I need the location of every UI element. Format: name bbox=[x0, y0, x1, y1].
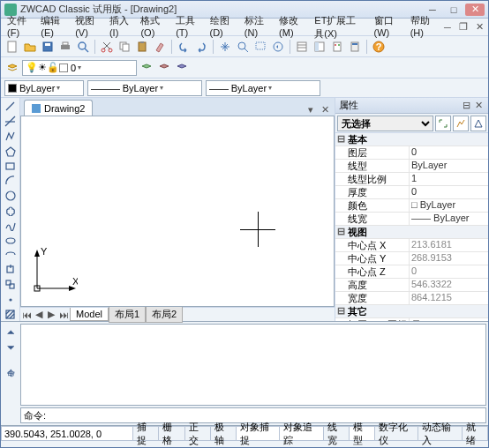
property-category[interactable]: ⊟视图 bbox=[335, 226, 488, 239]
property-row[interactable]: 颜色□ ByLayer bbox=[335, 199, 488, 213]
layout-prev-button[interactable]: ◀ bbox=[33, 309, 45, 321]
property-row[interactable]: 厚度0 bbox=[335, 186, 488, 199]
status-toggle[interactable]: 捕捉 bbox=[133, 426, 159, 441]
status-toggle[interactable]: 就绪 bbox=[463, 426, 488, 441]
arc-tool[interactable] bbox=[3, 174, 19, 188]
paste-button[interactable] bbox=[134, 39, 150, 55]
preview-button[interactable] bbox=[75, 39, 91, 55]
properties-button[interactable] bbox=[294, 39, 310, 55]
layout-first-button[interactable]: ⏮ bbox=[20, 309, 33, 321]
status-toggle[interactable]: 栅格 bbox=[159, 426, 184, 441]
rectangle-tool[interactable] bbox=[3, 159, 19, 173]
xline-tool[interactable] bbox=[3, 115, 19, 129]
menu-item[interactable]: 修改(M) bbox=[275, 12, 310, 42]
save-button[interactable] bbox=[40, 39, 56, 55]
undo-button[interactable] bbox=[176, 39, 192, 55]
revcloud-tool[interactable] bbox=[3, 204, 19, 218]
tab-dropdown-button[interactable]: ▾ bbox=[305, 103, 317, 116]
zoom-previous-button[interactable] bbox=[270, 39, 286, 55]
layer-iso-button[interactable] bbox=[174, 60, 190, 76]
close-button[interactable]: ✕ bbox=[465, 4, 485, 16]
color-dropdown[interactable]: ByLayer▾ bbox=[4, 80, 84, 96]
spline-tool[interactable] bbox=[3, 218, 19, 232]
menu-item[interactable]: 工具(T) bbox=[171, 12, 205, 42]
layout-next-button[interactable]: ▶ bbox=[45, 309, 57, 321]
menu-item[interactable]: 视图(V) bbox=[71, 12, 105, 42]
menu-item[interactable]: 插入(I) bbox=[105, 12, 136, 42]
cmd-nav-button[interactable]: ⏷ bbox=[4, 340, 18, 354]
open-button[interactable] bbox=[22, 39, 38, 55]
menu-item[interactable]: 帮助(H) bbox=[406, 12, 440, 42]
expand-icon[interactable]: ⊟ bbox=[335, 226, 346, 238]
menu-item[interactable]: 编辑(E) bbox=[36, 12, 71, 42]
properties-pin-button[interactable]: ⊟ bbox=[460, 100, 472, 111]
property-row[interactable]: 线型比例1 bbox=[335, 173, 488, 186]
zoom-realtime-button[interactable] bbox=[235, 39, 251, 55]
document-tab[interactable]: Drawing2 bbox=[24, 100, 93, 116]
mdi-close-button[interactable]: ✕ bbox=[472, 21, 486, 34]
cmd-nav-button[interactable]: ⏶ bbox=[4, 324, 18, 338]
menu-item[interactable]: ET扩展工具(X) bbox=[310, 12, 369, 42]
expand-icon[interactable]: ⊟ bbox=[335, 133, 346, 146]
property-row[interactable]: 线型ByLayer bbox=[335, 160, 488, 173]
property-row[interactable]: 中心点 X213.6181 bbox=[335, 239, 488, 252]
selection-dropdown[interactable]: 无选择 bbox=[337, 116, 433, 131]
ellipse-arc-tool[interactable] bbox=[3, 248, 19, 262]
command-input[interactable] bbox=[46, 410, 483, 421]
tab-close-button[interactable]: ✕ bbox=[319, 103, 331, 116]
properties-grid[interactable]: ⊟基本图层0线型ByLayer线型比例1厚度0颜色□ ByLayer线宽—— B… bbox=[335, 133, 488, 321]
mdi-restore-button[interactable]: ❐ bbox=[456, 21, 470, 34]
lineweight-dropdown[interactable]: —— ByLayer▾ bbox=[206, 80, 320, 96]
polygon-tool[interactable] bbox=[3, 144, 19, 158]
line-tool[interactable] bbox=[3, 100, 19, 114]
insert-tool[interactable] bbox=[3, 263, 19, 277]
property-row[interactable]: 中心点 Z0 bbox=[335, 265, 488, 279]
cut-button[interactable] bbox=[99, 39, 115, 55]
drawing-canvas[interactable]: X Y bbox=[20, 116, 335, 307]
layout-last-button[interactable]: ⏭ bbox=[57, 309, 70, 321]
coordinate-display[interactable]: 390.5043, 251.0028, 0 bbox=[1, 426, 133, 441]
layer-prev-button[interactable] bbox=[139, 60, 154, 76]
zoom-window-button[interactable] bbox=[252, 39, 268, 55]
design-center-button[interactable] bbox=[312, 39, 327, 55]
status-toggle[interactable]: 极轴 bbox=[211, 426, 237, 441]
polyline-tool[interactable] bbox=[3, 130, 19, 144]
menu-item[interactable]: 绘图(D) bbox=[206, 12, 240, 42]
calculator-button[interactable] bbox=[347, 39, 363, 55]
property-row[interactable]: 线宽—— ByLayer bbox=[335, 213, 488, 226]
linetype-dropdown[interactable]: ——— ByLayer▾ bbox=[87, 80, 202, 96]
pan-button[interactable] bbox=[217, 39, 233, 55]
help-button[interactable]: ? bbox=[371, 39, 387, 55]
status-toggle[interactable]: 数字化仪 bbox=[375, 426, 418, 441]
menu-item[interactable]: 标注(N) bbox=[240, 12, 275, 42]
status-toggle[interactable]: 对象捕捉 bbox=[237, 426, 280, 441]
toggle-pick-button[interactable] bbox=[435, 116, 451, 131]
new-button[interactable] bbox=[4, 39, 20, 55]
copy-button[interactable] bbox=[117, 39, 132, 55]
layout-tab-model[interactable]: Model bbox=[70, 308, 109, 321]
circle-tool[interactable] bbox=[3, 189, 19, 203]
menu-item[interactable]: 文件(F) bbox=[3, 12, 36, 42]
property-row[interactable]: 中心点 Y268.9153 bbox=[335, 252, 488, 265]
status-toggle[interactable]: 动态输入 bbox=[418, 426, 462, 441]
layer-states-button[interactable] bbox=[156, 60, 172, 76]
menu-item[interactable]: 格式(O) bbox=[136, 12, 171, 42]
block-tool[interactable] bbox=[3, 278, 19, 292]
property-row[interactable]: 打开UCS图标是 bbox=[335, 318, 488, 321]
status-toggle[interactable]: 正交 bbox=[185, 426, 211, 441]
quick-select-button[interactable] bbox=[453, 116, 469, 131]
property-category[interactable]: ⊟基本 bbox=[335, 133, 488, 146]
print-button[interactable] bbox=[57, 39, 73, 55]
select-objects-button[interactable] bbox=[470, 116, 486, 131]
status-toggle[interactable]: 模型 bbox=[350, 426, 375, 441]
property-row[interactable]: 宽度864.1215 bbox=[335, 292, 488, 305]
property-row[interactable]: 高度546.3322 bbox=[335, 279, 488, 292]
hatch-tool[interactable] bbox=[3, 307, 19, 321]
match-button[interactable] bbox=[152, 39, 168, 55]
layer-dropdown[interactable]: 💡☀🔓 0 ▾ bbox=[22, 60, 137, 76]
tool-palettes-button[interactable] bbox=[329, 39, 345, 55]
status-toggle[interactable]: 对象追踪 bbox=[280, 426, 323, 441]
menu-item[interactable]: 窗口(W) bbox=[370, 12, 406, 42]
maximize-button[interactable]: □ bbox=[444, 4, 463, 16]
mdi-minimize-button[interactable]: ─ bbox=[440, 21, 455, 34]
